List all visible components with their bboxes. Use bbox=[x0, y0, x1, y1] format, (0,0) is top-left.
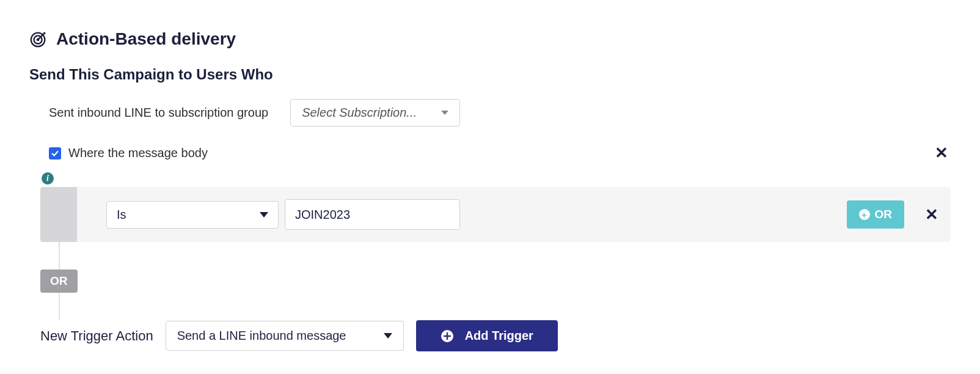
chevron-down-icon bbox=[260, 212, 268, 218]
close-icon[interactable]: ✕ bbox=[932, 141, 951, 165]
inbound-label: Sent inbound LINE to subscription group bbox=[49, 106, 268, 120]
rule-body: Is + OR ✕ bbox=[77, 187, 951, 242]
info-icon[interactable]: i bbox=[42, 172, 54, 185]
or-button-label: OR bbox=[875, 208, 893, 221]
message-body-row: Where the message body ✕ bbox=[49, 141, 951, 165]
inbound-row: Sent inbound LINE to subscription group … bbox=[49, 99, 951, 127]
message-body-label: Where the message body bbox=[68, 146, 208, 160]
subscription-placeholder: Select Subscription... bbox=[302, 106, 417, 120]
rule-container: Is + OR ✕ bbox=[40, 187, 951, 242]
chevron-down-icon bbox=[441, 111, 448, 115]
add-trigger-button[interactable]: Add Trigger bbox=[416, 320, 558, 351]
or-connector-badge: OR bbox=[40, 270, 78, 293]
header-row: Action-Based delivery bbox=[29, 29, 951, 49]
operator-value: Is bbox=[117, 208, 126, 222]
trigger-action-select[interactable]: Send a LINE inbound message bbox=[166, 321, 404, 351]
section-subtitle: Send This Campaign to Users Who bbox=[29, 66, 951, 83]
trigger-selected-value: Send a LINE inbound message bbox=[177, 329, 346, 343]
plus-circle-icon bbox=[441, 329, 454, 343]
close-icon[interactable]: ✕ bbox=[923, 203, 941, 227]
rule-value-input[interactable] bbox=[285, 199, 460, 230]
subscription-select[interactable]: Select Subscription... bbox=[290, 99, 460, 127]
new-trigger-row: New Trigger Action Send a LINE inbound m… bbox=[40, 320, 951, 351]
target-icon bbox=[29, 30, 48, 48]
message-body-checkbox[interactable] bbox=[49, 147, 61, 160]
rule-connector: OR bbox=[40, 242, 951, 320]
add-trigger-label: Add Trigger bbox=[465, 329, 533, 343]
new-trigger-label: New Trigger Action bbox=[40, 328, 153, 344]
add-or-button[interactable]: + OR bbox=[847, 200, 905, 229]
chevron-down-icon bbox=[384, 333, 392, 339]
page-title: Action-Based delivery bbox=[56, 29, 236, 49]
plus-circle-icon: + bbox=[859, 209, 870, 220]
operator-select[interactable]: Is bbox=[106, 201, 279, 229]
rule-drag-handle[interactable] bbox=[40, 187, 77, 242]
